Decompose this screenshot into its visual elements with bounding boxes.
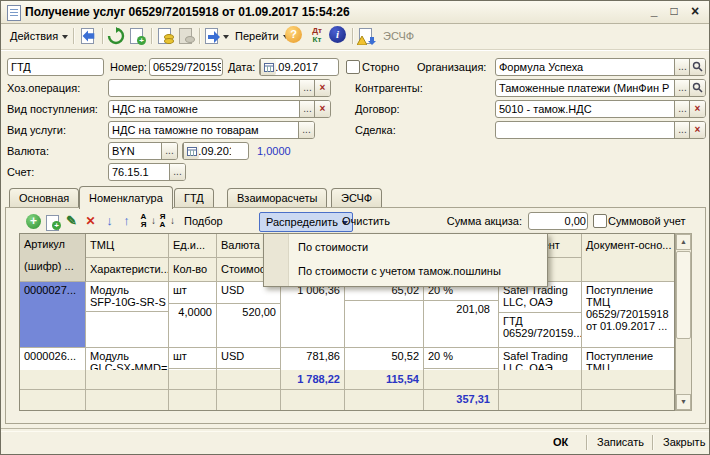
magnifier-icon[interactable] [689,59,705,75]
cell-ed[interactable]: шт 6,0000 [169,348,217,370]
cell-kontragent[interactable]: Safel Trading LLC, ОАЭ [499,348,582,370]
scrollbar-thumb[interactable] [676,251,691,339]
operation-field[interactable]: ... × [108,79,331,97]
akciz-field[interactable]: 0,00 [528,212,588,230]
cell-summa[interactable]: 1 006,36 [281,282,345,348]
ellipsis-button[interactable]: ... [161,143,177,159]
document-icon [7,5,21,21]
calendar-icon[interactable] [183,143,199,159]
ellipsis-button[interactable]: ... [299,80,315,96]
deal-label: Сделка: [355,124,396,136]
table-row[interactable]: 0000026... Модуль GLC-SX-MMD= шт 6,0000 … [20,348,674,370]
tab-osnovnaya[interactable]: Основная [9,188,79,208]
move-up-icon[interactable]: ↑ [118,213,135,230]
clear-button[interactable]: × [314,101,330,117]
clear-button[interactable]: × [689,101,705,117]
add-row-icon[interactable]: + [25,213,42,230]
ellipsis-button[interactable]: ... [299,101,315,117]
cell-valuta[interactable]: USD 130,31 [217,348,281,370]
button-separator [586,435,588,450]
cell-nds[interactable]: 20 % 156,23 [424,348,499,370]
cell-dokument[interactable]: Поступление ТМЦ [582,348,674,370]
cell-poshlina[interactable]: 65,02 [345,282,424,348]
info-icon[interactable]: i [329,26,346,43]
receipt-type-field[interactable]: НДС на таможне ... × [108,100,331,118]
contract-label: Договор: [355,103,400,115]
clear-button[interactable]: × [314,80,330,96]
magnifier-icon[interactable] [689,80,705,96]
ellipsis-button[interactable]: ... [169,164,185,180]
cell-ed[interactable]: шт 4,0000 [169,282,217,348]
date-field[interactable]: 01.09.2017 [259,58,339,76]
scroll-down-icon[interactable]: ▼ [676,394,691,410]
dt-kt-icon[interactable]: ДтКт [308,26,326,46]
actions-menu-button[interactable]: Действия [6,26,72,46]
post-document-icon[interactable] [156,27,174,45]
contract-field[interactable]: 5010 - тамож.НДС ... × [495,100,706,118]
number-field[interactable]: 06529/72015918 [149,58,223,76]
ellipsis-button[interactable]: ... [298,122,314,138]
ellipsis-button[interactable]: ... [674,80,690,96]
tab-eschf[interactable]: ЭСЧФ [331,188,382,208]
column-header-ed[interactable]: Ед.и... Кол-во [169,234,217,282]
tab-nomenklatura[interactable]: Номенклатура [79,186,173,209]
cell-tmc[interactable]: Модуль GLC-SX-MMD= [86,348,169,370]
cell-poshlina[interactable]: 50,52 [345,348,424,370]
eschf-report-icon [357,27,375,45]
zakryt-button[interactable]: Закрыть [657,433,710,452]
cell-kontragent[interactable]: Safel Trading LLC, ОАЭ ГТД 06529/720159.… [499,282,582,348]
create-on-basis-icon[interactable] [203,27,227,45]
cell-summa[interactable]: 781,86 [281,348,345,370]
column-header-dokument[interactable]: Документ-осно... [582,234,674,282]
tab-vzaimoraschety[interactable]: Взаиморасчеты [227,188,327,208]
help-icon[interactable]: ? [285,26,302,43]
rate-date-field[interactable]: 01.09.2017 [182,142,249,160]
currency-field[interactable]: BYN ... [108,142,178,160]
menu-item-po-stoimosti-s-uchetom[interactable]: По стоимости с учетом тамож.пошлины [290,260,545,283]
goto-menu-button[interactable]: Перейти [231,26,293,46]
totals-row: 1 788,22 115,54 [20,370,674,390]
ok-button[interactable]: ОК [547,433,574,452]
cell-valuta[interactable]: USD 520,00 [217,282,281,348]
delete-row-icon[interactable]: ✕ [82,213,99,230]
cell-tmc[interactable]: Модуль SFP-10G-SR-S [86,282,169,348]
organization-label: Организация: [417,61,486,73]
vertical-scrollbar[interactable]: ▲ ▼ [675,233,692,411]
cell-nds[interactable]: 20 % 201,08 [424,282,499,348]
organization-field[interactable]: Формула Успеха ... [495,58,706,76]
table-row[interactable]: 0000027... Модуль SFP-10G-SR-S шт 4,0000… [20,282,674,348]
cell-dokument[interactable]: Поступление ТМЦ 06529/72015918 от 01.09.… [582,282,674,348]
menu-item-po-stoimosti[interactable]: По стоимости [290,236,545,259]
column-header-tmc[interactable]: ТМЦ Характеристи... [86,234,169,282]
ellipsis-button[interactable]: ... [674,101,690,117]
move-down-icon[interactable]: ↓ [101,213,118,230]
summovoy-checkbox[interactable] [593,214,607,228]
unpost-document-icon [177,27,195,45]
service-type-field[interactable]: НДС на таможне по товарам ... [108,121,315,139]
ellipsis-button[interactable]: ... [674,122,690,138]
calendar-icon[interactable] [260,59,276,75]
cell-artikul[interactable]: 0000026... [20,348,86,370]
storno-checkbox[interactable] [346,60,360,74]
doc-type-field[interactable]: ГТД [7,58,104,76]
column-header-artikul[interactable]: Артикул (шифр) ... [20,234,86,282]
account-field[interactable]: 76.15.1 ... [108,163,186,181]
copy-row-icon[interactable]: + [44,213,61,230]
edit-row-icon[interactable]: ✎ [63,213,80,230]
scroll-up-icon[interactable]: ▲ [676,234,691,250]
minimize-button[interactable]: _ [645,3,663,20]
tab-gtd[interactable]: ГТД [174,188,214,208]
zapisat-button[interactable]: Записать [591,433,650,452]
contragents-field[interactable]: Таможенные платежи (МинФин Р ... [495,79,706,97]
clear-button[interactable]: × [689,122,705,138]
refresh-icon[interactable] [107,27,125,45]
ellipsis-button[interactable]: ... [674,59,690,75]
podbor-button[interactable]: Подбор [179,212,228,231]
ochistit-button[interactable]: Очистить [337,212,395,231]
save-close-icon[interactable] [79,27,97,45]
deal-field[interactable]: ... × [495,121,706,139]
cell-artikul[interactable]: 0000027... [20,282,86,348]
copy-document-icon[interactable]: + [128,27,146,45]
maximize-button[interactable]: □ [665,3,683,20]
close-button[interactable]: × [686,3,704,20]
